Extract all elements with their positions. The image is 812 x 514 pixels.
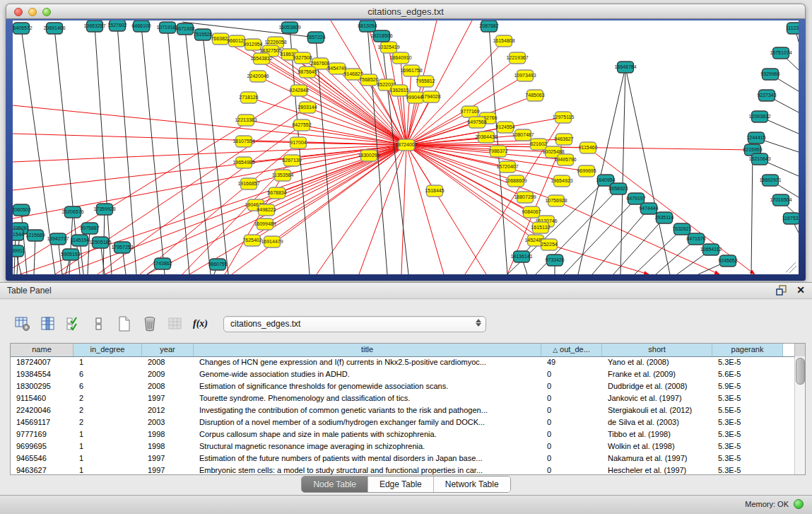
cell-out_de[interactable]: 0 [541, 416, 602, 428]
cell-in_degree[interactable]: 1 [73, 452, 142, 465]
cell-title[interactable]: Investigating the contribution of common… [194, 404, 541, 416]
cell-name[interactable]: 9699695 [11, 440, 73, 452]
cell-pagerank[interactable]: 5.3E-5 [712, 392, 783, 404]
cell-short[interactable]: Yano et al. (2008) [602, 356, 712, 368]
table-row[interactable]: 946554611997Estimation of the future num… [11, 452, 794, 465]
window-titlebar[interactable]: citations_edges.txt [6, 4, 806, 19]
float-panel-icon[interactable] [776, 285, 787, 296]
cell-year[interactable]: 2012 [142, 404, 194, 416]
table-row[interactable]: 977716911998Corpus callosum shape and si… [11, 428, 794, 440]
table-row[interactable]: 1872400712008Changes of HCN gene express… [11, 356, 794, 368]
cell-pagerank[interactable]: 5.5E-5 [712, 404, 783, 416]
vertical-scrollbar[interactable] [794, 356, 805, 474]
table-row[interactable]: 969969511998Structural magnetic resonanc… [11, 440, 794, 452]
scrollbar-thumb[interactable] [796, 358, 805, 385]
cell-title[interactable]: Estimation of the future numbers of pati… [194, 452, 541, 465]
cell-year[interactable]: 2008 [142, 356, 194, 368]
cell-pagerank[interactable]: 5.3E-5 [712, 416, 783, 428]
network-graph[interactable]: 1872400776638229660128991295412226058183… [13, 21, 799, 274]
column-header-pagerank[interactable]: pagerank [712, 344, 783, 356]
cell-title[interactable]: Tourette syndrome. Phenomenology and cla… [194, 392, 541, 404]
column-header-short[interactable]: short [602, 344, 712, 356]
cell-name[interactable]: 22420046 [11, 404, 73, 416]
table-row[interactable]: 946362711997Embryonic stem cells: a mode… [11, 465, 794, 474]
cell-name[interactable]: 14569117 [11, 416, 73, 428]
cell-out_de[interactable]: 0 [541, 380, 602, 392]
column-header-title[interactable]: title [194, 344, 541, 356]
cell-out_de[interactable]: 0 [541, 392, 602, 404]
cell-title[interactable]: Structural magnetic resonance image aver… [194, 440, 541, 452]
cell-in_degree[interactable]: 6 [73, 380, 142, 392]
cell-out_de[interactable]: 0 [541, 440, 602, 452]
cell-pagerank[interactable]: 5.3E-5 [712, 356, 783, 368]
cell-year[interactable]: 2003 [142, 416, 194, 428]
select-rows-icon[interactable] [64, 315, 83, 334]
cell-in_degree[interactable]: 1 [73, 428, 142, 440]
table-settings-icon[interactable] [13, 315, 32, 334]
cell-in_degree[interactable]: 2 [73, 416, 142, 428]
close-panel-icon[interactable]: ✕ [796, 285, 805, 296]
cell-pagerank[interactable]: 5.3E-5 [712, 440, 783, 452]
cell-title[interactable]: Genome-wide association studies in ADHD. [194, 368, 541, 380]
cell-out_de[interactable]: 0 [541, 428, 602, 440]
table-row[interactable]: 1830029562008Estimation of significance … [11, 380, 794, 392]
cell-pagerank[interactable]: 5.3E-5 [712, 428, 783, 440]
cell-title[interactable]: Changes of HCN gene expression and I(f) … [194, 356, 541, 368]
cell-year[interactable]: 1997 [142, 465, 194, 474]
cell-name[interactable]: 9465546 [11, 452, 73, 465]
cell-in_degree[interactable]: 1 [73, 440, 142, 452]
network-canvas[interactable]: 1872400776638229660128991295412226058183… [13, 21, 799, 274]
cell-short[interactable]: Dudbridge et al. (2008) [602, 380, 712, 392]
cell-pagerank[interactable]: 5.9E-5 [712, 380, 783, 392]
cell-year[interactable]: 2008 [142, 380, 194, 392]
column-header-in_degree[interactable]: in_degree [73, 344, 142, 356]
column-header-name[interactable]: name [11, 344, 73, 356]
cell-short[interactable]: Hescheler et al. (1997) [602, 465, 712, 474]
table-row[interactable]: 2242004622012Investigating the contribut… [11, 404, 794, 416]
cell-in_degree[interactable]: 1 [73, 356, 142, 368]
cell-title[interactable]: Disruption of a novel member of a sodium… [194, 416, 541, 428]
cell-short[interactable]: Tibbo et al. (1998) [602, 428, 712, 440]
cell-pagerank[interactable]: 5.3E-5 [712, 452, 783, 465]
cell-year[interactable]: 1997 [142, 452, 194, 465]
cell-title[interactable]: Embryonic stem cells: a model to study s… [194, 465, 541, 474]
tab-node-table[interactable]: Node Table [302, 477, 368, 492]
cell-short[interactable]: Franke et al. (2009) [602, 368, 712, 380]
tab-edge-table[interactable]: Edge Table [368, 477, 434, 492]
cell-short[interactable]: Wolkin et al. (1998) [602, 440, 712, 452]
network-view-window[interactable]: citations_edges.txt 18724007766382296601… [6, 4, 806, 281]
cell-name[interactable]: 18724007 [11, 356, 73, 368]
cell-in_degree[interactable]: 1 [73, 465, 142, 474]
cell-in_degree[interactable]: 6 [73, 368, 142, 380]
cell-short[interactable]: Jankovic et al. (1997) [602, 392, 712, 404]
cell-in_degree[interactable]: 2 [73, 404, 142, 416]
cell-name[interactable]: 9115460 [11, 392, 73, 404]
cell-title[interactable]: Corpus callosum shape and size in male p… [194, 428, 541, 440]
cell-short[interactable]: Nakamura et al. (1997) [602, 452, 712, 465]
cell-year[interactable]: 1997 [142, 392, 194, 404]
cell-out_de[interactable]: 0 [541, 404, 602, 416]
cell-title[interactable]: Estimation of significance thresholds fo… [194, 380, 541, 392]
column-header-year[interactable]: year [142, 344, 194, 356]
cell-short[interactable]: Stergiakouli et al. (2012) [602, 404, 712, 416]
cell-year[interactable]: 1998 [142, 428, 194, 440]
column-visibility-icon[interactable] [38, 315, 57, 334]
cell-short[interactable]: de Silva et al. (2003) [602, 416, 712, 428]
function-builder-icon[interactable]: f(x) [191, 315, 210, 334]
resize-grip-icon[interactable] [786, 262, 796, 273]
cell-name[interactable]: 18300295 [11, 380, 73, 392]
cell-year[interactable]: 2009 [142, 368, 194, 380]
cell-year[interactable]: 1998 [142, 440, 194, 452]
cell-out_de[interactable]: 0 [541, 368, 602, 380]
cell-name[interactable]: 9463627 [11, 465, 73, 474]
cell-out_de[interactable]: 0 [541, 452, 602, 465]
cell-pagerank[interactable]: 5.6E-5 [712, 368, 783, 380]
create-column-icon[interactable] [114, 315, 134, 334]
tab-network-table[interactable]: Network Table [434, 477, 510, 492]
delete-table-icon[interactable] [165, 315, 184, 334]
cell-name[interactable]: 9777169 [11, 428, 73, 440]
table-row[interactable]: 1938455462009Genome-wide association stu… [11, 368, 794, 380]
cell-out_de[interactable]: 0 [541, 465, 602, 474]
cell-in_degree[interactable]: 2 [73, 392, 142, 404]
cell-name[interactable]: 19384554 [11, 368, 73, 380]
